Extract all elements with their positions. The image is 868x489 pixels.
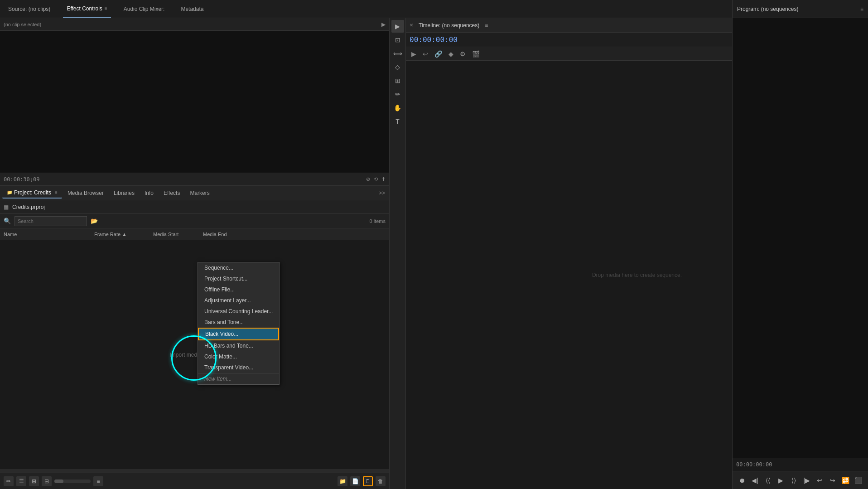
tab-info[interactable]: Info — [140, 188, 158, 198]
source-monitor: (no clip selected) ▶ 00:00:30;09 ⊘ ⟲ ⬆ — [0, 18, 389, 186]
scrollbar-h[interactable] — [0, 469, 389, 473]
project-content: Import media to start — [0, 240, 389, 469]
prog-next-btn[interactable]: ⟩⟩ — [789, 474, 799, 487]
panel-tabs-more[interactable]: >> — [377, 188, 387, 198]
program-timecode: 00:00:00:00 — [733, 458, 868, 471]
menu-item-new-item[interactable]: New Item... — [198, 373, 279, 384]
menu-item-hd-bars-tone[interactable]: HD Bars and Tone... — [198, 340, 279, 351]
menu-item-project-shortcut[interactable]: Project Shortcut... — [198, 273, 279, 284]
search-icon: 🔍 — [4, 218, 11, 224]
menu-item-color-matte[interactable]: Color Matte... — [198, 351, 279, 362]
timeline-close-icon[interactable]: ✕ — [410, 23, 413, 28]
menu-item-bars-tone[interactable]: Bars and Tone... — [198, 317, 279, 328]
tab-libraries-label: Libraries — [114, 190, 135, 196]
pen-tool-btn[interactable]: ✏ — [391, 88, 404, 101]
tl-captions-btn[interactable]: 🎬 — [470, 49, 482, 58]
column-headers: Name Frame Rate ▲ Media Start Media End — [0, 228, 389, 240]
tool-column: ▶ ⊡ ⟺ ◇ ⊞ ✏ ✋ T — [390, 18, 406, 489]
project-menu-icon: ≡ — [55, 190, 58, 195]
search-input[interactable] — [14, 216, 87, 226]
tl-select-btn[interactable]: ▶ — [410, 49, 418, 58]
tab-media-browser[interactable]: Media Browser — [63, 188, 108, 198]
tab-effects[interactable]: Effects — [159, 188, 184, 198]
delete-footer-btn[interactable]: 🗑 — [376, 476, 386, 486]
tl-marker-btn[interactable]: ◆ — [447, 49, 455, 58]
source-screen — [0, 31, 389, 173]
tab-project-label: Project: Credits — [14, 189, 51, 196]
timeline-drop-hint: Drop media here to create sequence. — [592, 272, 682, 278]
freeform-footer-btn[interactable]: ⊟ — [42, 476, 52, 486]
timeline-menu-icon: ≡ — [485, 22, 488, 29]
prog-record-btn[interactable]: ⏺ — [737, 474, 747, 487]
track-select-tool-btn[interactable]: ⊡ — [391, 34, 404, 46]
program-label: Program: (no sequences) — [737, 6, 798, 12]
project-footer: ✏ ☰ ⊞ ⊟ ≡ 📁 📄 🗒 🗑 — [0, 473, 389, 489]
menu-item-adjustment-layer[interactable]: Adjustment Layer... — [198, 295, 279, 306]
context-menu: Sequence... Project Shortcut... Offline … — [198, 262, 280, 385]
menu-item-black-video[interactable]: Black Video... — [198, 328, 279, 340]
prog-step-fwd-btn[interactable]: |▶ — [802, 474, 812, 487]
menu-item-sequence[interactable]: Sequence... — [198, 262, 279, 273]
col-header-mediaend: Media End — [203, 232, 248, 237]
prog-loop-btn[interactable]: 🔁 — [840, 474, 851, 487]
prog-out-btn[interactable]: ↪ — [828, 474, 838, 487]
list-view-footer-btn[interactable]: ☰ — [16, 476, 26, 486]
source-expand-icon: ▶ — [381, 21, 386, 28]
text-tool-btn[interactable]: T — [391, 115, 404, 128]
col-header-name: Name — [4, 232, 94, 237]
tl-ripple-btn[interactable]: ↩ — [421, 49, 430, 58]
no-clip-label: (no clip selected) — [4, 22, 41, 27]
menu-item-transparent-video[interactable]: Transparent Video... — [198, 362, 279, 373]
program-header: Program: (no sequences) ≡ — [733, 0, 868, 18]
menu-item-offline-file[interactable]: Offline File... — [198, 284, 279, 295]
project-filename: Credits.prproj — [12, 204, 45, 210]
select-tool-btn[interactable]: ▶ — [391, 20, 404, 33]
tab-audio-clip-mixer[interactable]: Audio Clip Mixer: — [120, 0, 169, 18]
new-item-footer-btn[interactable]: 📄 — [350, 476, 360, 486]
col-header-framerate: Frame Rate ▲ — [94, 232, 153, 237]
tab-effect-controls[interactable]: Effect Controls ≡ — [63, 0, 111, 18]
main-layout: (no clip selected) ▶ 00:00:30;09 ⊘ ⟲ ⬆ 📁… — [0, 18, 868, 489]
new-bin-footer-btn[interactable]: 📁 — [338, 476, 347, 486]
hand-tool-btn[interactable]: ✋ — [391, 102, 404, 114]
icon-view-footer-btn[interactable]: ⊞ — [29, 476, 39, 486]
tab-markers-label: Markers — [190, 190, 209, 196]
export-icon: ⬆ — [381, 176, 386, 182]
folder-small-icon: 📁 — [7, 190, 12, 195]
menu-item-universal-counting[interactable]: Universal Counting Leader... — [198, 306, 279, 317]
settings-footer-btn[interactable]: ≡ — [93, 476, 103, 486]
timeline-timecode: 00:00:00:00 — [410, 35, 458, 44]
prog-prev-btn[interactable]: ⟨⟨ — [763, 474, 773, 487]
tab-project-credits[interactable]: 📁 Project: Credits ≡ — [2, 188, 62, 199]
tl-link-btn[interactable]: 🔗 — [433, 49, 444, 58]
ripple-edit-tool-btn[interactable]: ⟺ — [391, 47, 404, 60]
left-panel: (no clip selected) ▶ 00:00:30;09 ⊘ ⟲ ⬆ 📁… — [0, 18, 390, 489]
pencil-btn[interactable]: ✏ — [4, 476, 14, 486]
panel-tabs: 📁 Project: Credits ≡ Media Browser Libra… — [0, 186, 389, 200]
prog-export-btn[interactable]: ⬛ — [854, 474, 864, 487]
prog-in-btn[interactable]: ↩ — [815, 474, 825, 487]
tab-source[interactable]: Source: (no clips) — [5, 0, 54, 18]
prog-step-back-btn[interactable]: ◀| — [750, 474, 761, 487]
tab-libraries[interactable]: Libraries — [109, 188, 139, 198]
timeline-label: Timeline: (no sequences) — [419, 22, 479, 29]
source-timecode-bar: 00:00:30;09 ⊘ ⟲ ⬆ — [0, 173, 389, 185]
search-bar: 🔍 📂 0 items — [0, 214, 389, 228]
tab-effect-controls-label: Effect Controls — [67, 5, 102, 12]
tab-metadata[interactable]: Metadata — [177, 0, 207, 18]
slip-tool-btn[interactable]: ⊞ — [391, 74, 404, 87]
grid-view-icon: ▦ — [4, 204, 9, 210]
tab-markers[interactable]: Markers — [185, 188, 214, 198]
program-controls: ⏺ ◀| ⟨⟨ ▶ ⟩⟩ |▶ ↩ ↪ 🔁 ⬛ — [733, 471, 868, 489]
program-screen — [733, 18, 868, 458]
tl-insert-btn[interactable]: ⚙ — [458, 49, 468, 58]
tab-effects-label: Effects — [164, 190, 180, 196]
project-header: ▦ Credits.prproj — [0, 200, 389, 214]
razor-tool-btn[interactable]: ◇ — [391, 61, 404, 73]
project-panel: 📁 Project: Credits ≡ Media Browser Libra… — [0, 186, 389, 489]
folder-new-icon: 📂 — [91, 218, 98, 224]
right-panel: Program: (no sequences) ≡ 00:00:00:00 ⏺ … — [732, 0, 868, 489]
highlighted-new-item-btn[interactable]: 🗒 — [363, 476, 373, 486]
tab-audio-clip-mixer-label: Audio Clip Mixer: — [124, 6, 165, 12]
prog-play-btn[interactable]: ▶ — [776, 474, 786, 487]
